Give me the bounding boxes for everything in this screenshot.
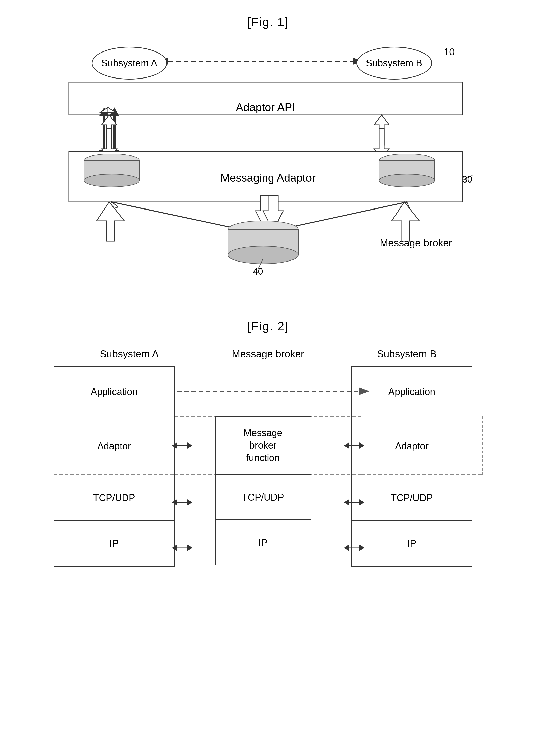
svg-marker-37	[392, 202, 419, 241]
application-a-text: Application	[91, 386, 138, 397]
ip-a-text: IP	[110, 538, 119, 549]
ref-40: 40	[253, 266, 263, 277]
tcp-b-text: TCP/UDP	[391, 492, 433, 503]
svg-rect-14	[103, 116, 105, 150]
svg-point-39	[228, 221, 298, 238]
svg-point-25	[84, 174, 140, 187]
svg-rect-9	[69, 82, 462, 115]
broker-tcp-cell: TCP/UDP	[215, 475, 311, 520]
cell-tcp-b: TCP/UDP	[352, 475, 472, 521]
svg-point-26	[379, 154, 435, 166]
cell-application-b: Application	[352, 367, 472, 417]
cell-ip-b: IP	[352, 521, 472, 566]
svg-rect-15	[113, 116, 116, 150]
subsystem-b: Subsystem B	[356, 47, 432, 80]
svg-marker-19	[102, 129, 117, 159]
broker-function-text: Messagebrokerfunction	[243, 427, 282, 464]
broker-tcp-text: TCP/UDP	[242, 492, 284, 503]
svg-rect-27	[379, 160, 435, 180]
svg-marker-38	[263, 196, 283, 231]
svg-marker-13	[109, 150, 119, 159]
fig2-main: Application Adaptor TCP/UDP IP	[54, 366, 483, 567]
svg-marker-33	[401, 202, 411, 211]
svg-rect-40	[228, 230, 298, 255]
subsystem-b-label: Subsystem B	[366, 58, 422, 69]
fig1-diagram: 10 Subsystem A Subsystem B	[54, 39, 483, 304]
broker-ip-cell: IP	[215, 520, 311, 565]
svg-marker-11	[109, 107, 119, 116]
col-subsystem-b: Application Adaptor TCP/UDP IP	[352, 366, 472, 567]
svg-point-23	[84, 154, 140, 166]
ref-30: 30	[462, 174, 472, 185]
fig1-svg	[54, 39, 483, 304]
fig2-label: [Fig. 2]	[248, 319, 288, 333]
broker-ip-text: IP	[258, 537, 268, 548]
svg-marker-16	[100, 107, 116, 112]
svg-marker-21	[374, 129, 389, 159]
cell-ip-a: IP	[54, 521, 174, 566]
header-broker: Message broker	[220, 348, 316, 360]
svg-point-28	[379, 174, 435, 187]
message-broker-label: Message broker	[380, 237, 452, 249]
svg-line-32	[273, 202, 407, 231]
svg-point-41	[228, 246, 298, 264]
svg-marker-31	[246, 227, 254, 235]
broker-function-cell: Messagebrokerfunction	[215, 416, 311, 475]
svg-marker-20	[374, 115, 389, 145]
subsystem-a-label: Subsystem A	[101, 58, 157, 69]
cell-adaptor-a: Adaptor	[54, 417, 174, 475]
svg-marker-36	[255, 196, 276, 231]
adaptor-b-text: Adaptor	[395, 441, 428, 451]
svg-marker-12	[99, 150, 109, 159]
ip-b-text: IP	[407, 538, 417, 549]
cell-application-a: Application	[54, 367, 174, 417]
messaging-adaptor-label: Messaging Adaptor	[180, 153, 356, 203]
svg-line-29	[112, 202, 248, 231]
col-subsystem-a: Application Adaptor TCP/UDP IP	[54, 366, 175, 567]
gap-right	[311, 366, 352, 565]
header-subsystem-a: Subsystem A	[69, 348, 190, 360]
header-subsystem-b: Subsystem B	[346, 348, 467, 360]
svg-rect-24	[84, 160, 140, 180]
cell-tcp-a: TCP/UDP	[54, 475, 174, 521]
fig2-diagram: Subsystem A Message broker Subsystem B	[54, 348, 483, 567]
fig1-label: [Fig. 1]	[248, 15, 288, 29]
page-container: [Fig. 1] 10 Subsystem A Subsystem B	[0, 0, 536, 582]
ref-10: 10	[444, 47, 454, 57]
gap-left	[175, 366, 215, 565]
svg-marker-35	[97, 202, 124, 241]
adaptor-a-text: Adaptor	[97, 441, 131, 451]
svg-rect-22	[69, 152, 462, 202]
svg-marker-18	[102, 115, 117, 145]
svg-marker-30	[108, 202, 118, 211]
adaptor-api-label: Adaptor API	[69, 91, 462, 124]
svg-marker-10	[99, 107, 109, 116]
col-broker: Messagebrokerfunction TCP/UDP IP	[215, 366, 311, 565]
cell-adaptor-b: Adaptor	[352, 417, 472, 475]
subsystem-a: Subsystem A	[91, 47, 167, 80]
application-b-text: Application	[388, 386, 435, 397]
fig2-columns: Application Adaptor TCP/UDP IP	[54, 366, 483, 567]
tcp-a-text: TCP/UDP	[93, 492, 135, 503]
svg-marker-34	[267, 227, 276, 235]
